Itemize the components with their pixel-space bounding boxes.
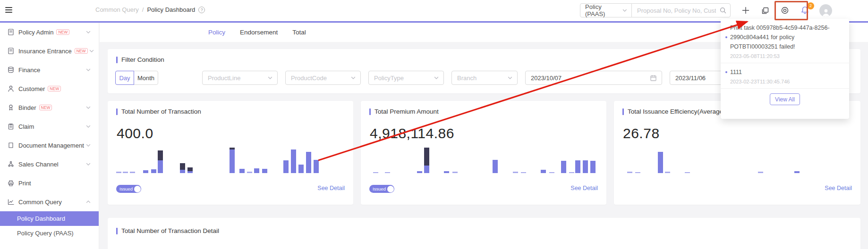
sidebar-item-insurance-entrance[interactable]: Insurance Entrance NEW <box>0 42 99 60</box>
sidebar-item-document-management[interactable]: Document Management <box>0 136 99 155</box>
chevron-down-icon <box>622 8 628 13</box>
breadcrumb-parent[interactable]: Common Query <box>95 6 139 13</box>
issued-toggle[interactable]: Issued <box>369 185 394 193</box>
tab-policy[interactable]: Policy <box>208 29 225 36</box>
add-button[interactable] <box>741 6 750 15</box>
top-header: Common Query / Policy Dashboard ? Policy… <box>0 0 868 21</box>
sidebar-item-sales-channel[interactable]: Sales Channel <box>0 155 99 174</box>
card-title: Total Premium Amount <box>369 108 439 115</box>
sidebar-item-print[interactable]: Print <box>0 174 99 192</box>
day-month-segmented: Day Month <box>115 71 158 85</box>
notification-timestamp: 2023-02-23T11:30:45.746 <box>730 79 842 84</box>
sidebar-item-customer[interactable]: Customer NEW <box>0 79 99 98</box>
sidebar-item-finance[interactable]: Finance <box>0 60 99 79</box>
new-badge: NEW <box>48 86 61 92</box>
breadcrumb-separator: / <box>142 6 144 13</box>
new-badge: NEW <box>75 48 88 54</box>
search-scope-select[interactable]: Policy (PAAS) <box>580 3 632 17</box>
policy-dashboard-page: Common Query / Policy Dashboard ? Policy… <box>0 0 868 249</box>
card-value: 26.78 <box>623 125 660 141</box>
month-button[interactable]: Month <box>134 71 158 85</box>
efficiency-bar-chart[interactable] <box>622 145 852 173</box>
global-search <box>631 3 731 17</box>
card-value: 400.0 <box>117 125 153 141</box>
chevron-down-icon <box>350 75 356 81</box>
copy-button[interactable] <box>761 6 770 15</box>
card-title: Total Number of Transaction <box>116 108 201 115</box>
menu-hamburger-icon[interactable] <box>5 7 12 13</box>
product-code-select[interactable]: ProductCode <box>285 71 361 85</box>
search-icon[interactable] <box>719 7 727 14</box>
sidebar-item-common-query[interactable]: Common Query <box>0 192 99 211</box>
card-title: Total Issuance Efficiency(Average <box>622 108 723 115</box>
sidebar-subitem-policy-query-paas[interactable]: Policy Query (PAAS) <box>0 226 99 241</box>
clipboard-icon <box>7 123 15 130</box>
person-icon <box>821 8 831 17</box>
network-icon <box>7 160 15 168</box>
chevron-down-icon <box>88 48 95 54</box>
document-icon <box>7 28 15 36</box>
issued-toggle[interactable]: Issued <box>116 185 141 193</box>
tab-total[interactable]: Total <box>292 29 306 36</box>
copy-icon <box>761 6 770 15</box>
filter-condition-title: Filter Condition <box>116 56 164 63</box>
chevron-down-icon <box>85 161 92 167</box>
see-detail-link[interactable]: See Detail <box>570 185 598 191</box>
line-chart-icon <box>7 198 15 206</box>
chevron-down-icon <box>85 142 92 148</box>
annotation-highlight-box <box>774 1 808 20</box>
document-icon <box>7 47 15 55</box>
day-button[interactable]: Day <box>115 71 134 85</box>
sidebar-item-claim[interactable]: Claim <box>0 117 99 136</box>
plus-icon <box>741 6 750 15</box>
search-scope-value: Policy (PAAS) <box>585 3 622 17</box>
new-badge: NEW <box>56 29 69 35</box>
date-from-input[interactable] <box>526 71 662 84</box>
product-line-select[interactable]: ProductLine <box>202 71 278 85</box>
tab-endorsement[interactable]: Endorsement <box>240 29 278 36</box>
user-icon <box>7 85 15 92</box>
help-icon[interactable]: ? <box>198 7 205 13</box>
notification-count-badge: 2 <box>807 2 814 9</box>
printer-icon <box>7 179 15 187</box>
bullet-dot-icon <box>725 36 727 38</box>
breadcrumb-current: Policy Dashboard <box>147 6 195 13</box>
policy-type-select[interactable]: PolicyType <box>368 71 444 85</box>
see-detail-link[interactable]: See Detail <box>317 185 345 191</box>
chevron-down-icon <box>85 124 92 129</box>
sidebar-item-policy-admin[interactable]: Policy Admin NEW <box>0 23 99 42</box>
toggle-knob <box>387 186 394 192</box>
notification-item[interactable]: 1111 2023-02-23T11:30:45.746 <box>721 63 849 89</box>
chevron-down-icon <box>85 29 92 35</box>
seal-icon <box>7 104 15 111</box>
database-icon <box>7 66 15 74</box>
chevron-up-icon <box>85 199 92 205</box>
notification-message: 1111 <box>730 67 742 77</box>
notification-item[interactable]: Print task 005978b5-4c59-447a-8256-2990c… <box>721 19 849 63</box>
notification-timestamp: 2023-05-08T11:20:53 <box>730 53 842 59</box>
see-detail-link[interactable]: See Detail <box>825 185 852 191</box>
chevron-down-icon <box>507 75 513 81</box>
transaction-bar-chart[interactable] <box>116 145 346 173</box>
chevron-down-icon <box>85 67 92 73</box>
breadcrumb: Common Query / Policy Dashboard ? <box>95 6 205 13</box>
premium-bar-chart[interactable] <box>369 145 599 173</box>
search-input[interactable] <box>631 3 731 17</box>
sidebar-item-binder[interactable]: Binder NEW <box>0 98 99 117</box>
card-total-premium-amount: Total Premium Amount 4,918,114.86 Issued… <box>361 101 606 205</box>
chevron-down-icon <box>267 75 273 81</box>
transaction-detail-card: Total Number of Transaction Detail <box>108 218 860 249</box>
card-total-number-of-transaction: Total Number of Transaction 400.0 Issued… <box>108 101 353 205</box>
chevron-down-icon <box>434 75 439 81</box>
notification-popup: Print task 005978b5-4c59-447a-8256-2990c… <box>721 19 849 119</box>
bullet-dot-icon <box>725 71 727 73</box>
sidebar-subitem-policy-dashboard[interactable]: Policy Dashboard <box>0 211 99 226</box>
branch-select[interactable]: Branch <box>451 71 518 85</box>
date-from-field[interactable] <box>525 71 662 85</box>
toggle-knob <box>134 186 141 192</box>
view-all-button[interactable]: View All <box>770 93 800 105</box>
card-value: 4,918,114.86 <box>370 125 454 141</box>
user-avatar[interactable] <box>819 4 832 17</box>
detail-section-title: Total Number of Transaction Detail <box>116 227 219 234</box>
new-badge: NEW <box>39 105 52 111</box>
